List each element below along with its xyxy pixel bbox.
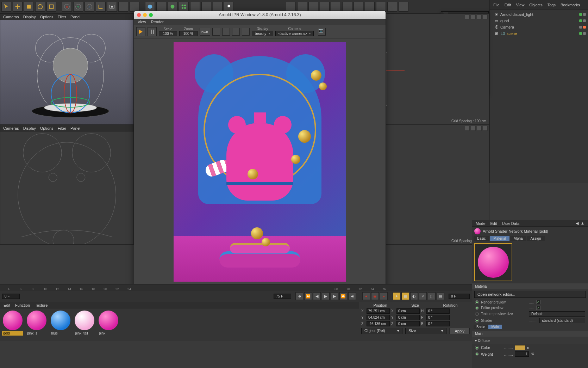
mat-menu-edit[interactable]: Edit xyxy=(4,303,10,307)
vp-menu-panel[interactable]: Panel xyxy=(70,126,80,130)
vp-menu-filter[interactable]: Filter xyxy=(58,126,66,130)
attr-menu-userdata[interactable]: User Data xyxy=(502,221,520,226)
material-item-pink[interactable]: pink xyxy=(98,311,119,336)
prev-frame-button[interactable]: ◀ xyxy=(313,292,321,300)
texture-size-select[interactable]: Default xyxy=(529,311,585,317)
section-diffuse[interactable]: ▾ Diffuse xyxy=(472,337,588,344)
keymode-button[interactable]: ◐ xyxy=(410,292,418,300)
size-x-input[interactable] xyxy=(396,308,420,314)
viewport-canvas[interactable] xyxy=(0,131,133,244)
goto-end-button[interactable]: ⏭ xyxy=(348,292,356,300)
tab-basic[interactable]: Basic xyxy=(474,236,489,241)
record-button[interactable]: ● xyxy=(362,292,370,300)
last-tool[interactable] xyxy=(46,2,56,12)
vp-widget[interactable] xyxy=(483,126,488,131)
vp-menu-panel[interactable]: Panel xyxy=(70,15,80,19)
misc-tool-10[interactable] xyxy=(387,2,397,12)
time-current-input[interactable] xyxy=(274,294,291,299)
camera-select[interactable]: <active camera> xyxy=(275,31,314,36)
rot-h-input[interactable] xyxy=(426,308,450,314)
tab-alpha[interactable]: Alpha xyxy=(510,236,526,241)
rgb-button[interactable]: RGB xyxy=(200,28,210,36)
keymode-button[interactable]: ⬚ xyxy=(428,292,436,300)
attr-menu-edit[interactable]: Edit xyxy=(490,221,497,226)
vp-widget[interactable] xyxy=(465,126,470,131)
misc-tool-9[interactable] xyxy=(376,2,386,12)
deformer-tool[interactable] xyxy=(190,2,200,12)
subtab-main[interactable]: Main xyxy=(488,325,502,329)
render-preview-checkbox[interactable]: ✓ xyxy=(536,300,540,304)
channel-button[interactable] xyxy=(232,28,240,36)
vp-menu-filter[interactable]: Filter xyxy=(58,15,66,19)
ipr-menu-view[interactable]: View xyxy=(138,20,146,24)
mat-menu-texture[interactable]: Texture xyxy=(35,303,48,307)
material-item-gold[interactable]: gold xyxy=(2,311,23,336)
channel-button[interactable] xyxy=(222,28,230,36)
light-tool[interactable] xyxy=(224,2,234,12)
render-settings-tool[interactable] xyxy=(130,2,139,12)
environment-tool[interactable] xyxy=(201,2,211,12)
vp-menu-options[interactable]: Options xyxy=(40,126,54,130)
open-network-editor-button[interactable]: Open network editor... xyxy=(474,291,586,298)
vp-widget[interactable] xyxy=(471,14,476,19)
pause-button[interactable] xyxy=(148,27,157,36)
ipr-menu-render[interactable]: Render xyxy=(151,20,164,24)
pos-y-input[interactable] xyxy=(367,315,390,320)
nurbs-tool[interactable] xyxy=(168,2,177,12)
obj-row-quad[interactable]: ▭quad xyxy=(492,18,586,24)
tab-assign[interactable]: Assign xyxy=(527,236,545,241)
snapshot-button[interactable]: 📷 xyxy=(318,28,326,36)
rot-b-input[interactable] xyxy=(426,321,450,326)
misc-tool-8[interactable] xyxy=(365,2,375,12)
z-axis-tool[interactable]: Z xyxy=(85,2,94,12)
obj-menu-file[interactable]: File xyxy=(493,3,500,7)
coord-sys-tool[interactable] xyxy=(96,2,106,12)
scale-input[interactable]: 100 % xyxy=(159,31,177,36)
material-preview[interactable] xyxy=(474,243,512,281)
material-item-blue[interactable]: blue xyxy=(50,311,71,336)
viewport-perspective[interactable]: Cameras Display Options Filter Panel xyxy=(0,13,134,125)
shader-select[interactable]: standard (standard) xyxy=(539,318,585,323)
radio-icon[interactable] xyxy=(475,300,479,304)
rot-p-input[interactable] xyxy=(426,315,450,320)
size-y-input[interactable] xyxy=(396,315,420,320)
misc-tool-4[interactable] xyxy=(320,2,330,12)
radio-icon[interactable] xyxy=(475,352,479,356)
nav-back-icon[interactable]: ◀ xyxy=(576,221,578,226)
vp-menu-display[interactable]: Display xyxy=(23,126,36,130)
autokey-button[interactable]: ◉ xyxy=(371,292,379,300)
misc-tool-1[interactable] xyxy=(286,2,296,12)
vp-widget[interactable] xyxy=(477,126,482,131)
material-item-pink-tail[interactable]: pink_tail xyxy=(74,311,95,336)
editor-preview-checkbox[interactable]: ✓ xyxy=(536,306,540,310)
cube-primitive[interactable] xyxy=(145,2,155,12)
vp-widget[interactable] xyxy=(471,126,476,131)
zoom-input[interactable]: 100 % xyxy=(179,31,198,36)
key-button[interactable]: ⬥ xyxy=(380,292,388,300)
spinner-icon[interactable]: ⇅ xyxy=(531,352,534,356)
time-ruler[interactable]: 4 6 8 10 12 14 16 18 20 22 24 68 70 72 7… xyxy=(0,284,472,291)
color-picker-icon[interactable]: ▸ xyxy=(527,345,530,350)
vp-widget[interactable] xyxy=(483,14,488,19)
channel-button[interactable] xyxy=(212,28,220,36)
rotate-tool[interactable] xyxy=(35,2,45,12)
keymode-button[interactable]: ✦ xyxy=(393,292,400,300)
vp-widget[interactable] xyxy=(477,14,482,19)
viewport-front[interactable]: Cameras Display Options Filter Panel xyxy=(0,125,134,245)
nav-up-icon[interactable]: ▲ xyxy=(581,221,584,226)
obj-menu-bookmarks[interactable]: Bookmarks xyxy=(561,3,580,7)
weight-input[interactable] xyxy=(515,351,529,357)
next-frame-button[interactable]: ▶ xyxy=(331,292,338,300)
mat-menu-function[interactable]: Function xyxy=(15,303,30,307)
expand-icon[interactable]: ⊞ xyxy=(494,31,499,36)
vp-menu-cameras[interactable]: Cameras xyxy=(3,126,19,130)
keymode-button[interactable]: P xyxy=(419,292,427,300)
scale-tool[interactable] xyxy=(24,2,34,12)
attr-menu-mode[interactable]: Mode xyxy=(476,221,486,226)
vp-menu-options[interactable]: Options xyxy=(40,15,54,19)
size-z-input[interactable] xyxy=(396,321,420,326)
goto-start-button[interactable]: ⏮ xyxy=(295,292,303,300)
radio-icon[interactable] xyxy=(475,346,479,350)
misc-tool-3[interactable] xyxy=(308,2,318,12)
render-region-tool[interactable] xyxy=(118,2,128,12)
